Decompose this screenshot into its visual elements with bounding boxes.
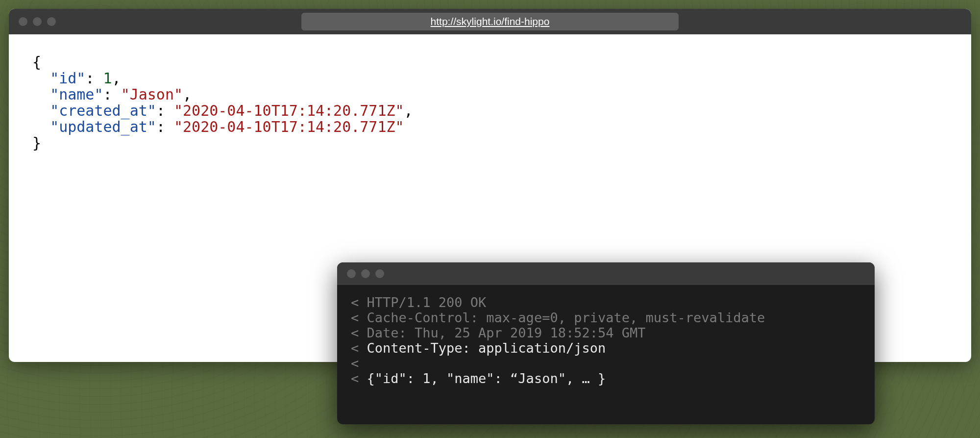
close-icon[interactable] (19, 17, 27, 26)
json-key-name: "name" (50, 86, 103, 103)
maximize-icon[interactable] (375, 269, 384, 278)
minimize-icon[interactable] (361, 269, 370, 278)
term-line-1: < HTTP/1.1 200 OK (351, 295, 486, 310)
maximize-icon[interactable] (47, 17, 56, 26)
json-val-created: "2020-04-10T17:14:20.771Z" (174, 102, 404, 119)
terminal-traffic-lights (347, 269, 384, 278)
term-line-4: < Content-Type: application/json (351, 340, 606, 356)
url-text: http://skylight.io/find-hippo (431, 16, 550, 27)
json-val-id: 1 (103, 70, 112, 87)
terminal-window: < HTTP/1.1 200 OK < Cache-Control: max-a… (337, 262, 875, 424)
close-icon[interactable] (347, 269, 356, 278)
json-key-updated: "updated_at" (50, 118, 156, 135)
json-key-id: "id" (50, 70, 85, 87)
browser-content: { "id": 1, "name": "Jason", "created_at"… (9, 34, 971, 171)
json-brace-close: } (32, 134, 41, 152)
minimize-icon[interactable] (33, 17, 42, 26)
term-line-5: < (351, 356, 359, 371)
term-line-3: < Date: Thu, 25 Apr 2019 18:52:54 GMT (351, 325, 645, 340)
json-val-name: "Jason" (121, 86, 183, 103)
json-key-created: "created_at" (50, 102, 156, 119)
traffic-lights (19, 17, 56, 26)
json-brace-open: { (32, 53, 41, 71)
terminal-titlebar (337, 262, 875, 285)
url-bar[interactable]: http://skylight.io/find-hippo (301, 13, 679, 30)
terminal-content: < HTTP/1.1 200 OK < Cache-Control: max-a… (337, 285, 875, 396)
browser-titlebar: http://skylight.io/find-hippo (9, 9, 971, 34)
json-val-updated: "2020-04-10T17:14:20.771Z" (174, 118, 404, 135)
term-line-2: < Cache-Control: max-age=0, private, mus… (351, 310, 765, 325)
term-line-6: < {"id": 1, "name": “Jason", … } (351, 371, 606, 386)
